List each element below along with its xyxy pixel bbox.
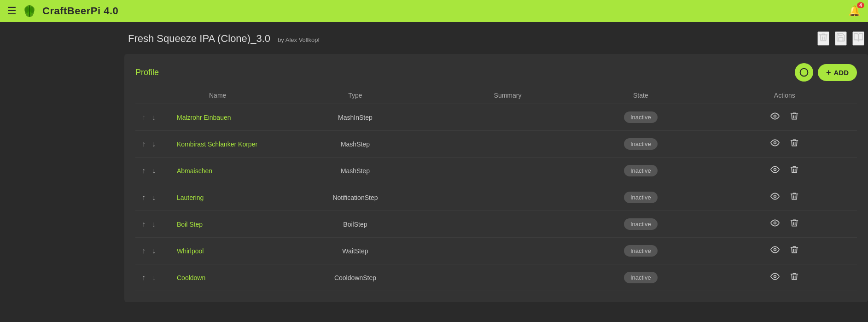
row-name: Boil Step bbox=[172, 211, 264, 238]
main-content: Fresh Squeeze IPA (Clone)_3.0 by Alex Vo… bbox=[0, 22, 868, 311]
view-step-button[interactable] bbox=[768, 164, 782, 177]
table-row: ↑ ↓ Abmaischen MashStep Inactive bbox=[135, 158, 857, 184]
row-arrows: ↑ ↓ bbox=[135, 264, 172, 291]
row-type: NotificationStep bbox=[264, 184, 446, 211]
table-header-row: Name Type Summary State Actions bbox=[135, 89, 857, 104]
delete-step-button[interactable] bbox=[787, 271, 802, 284]
svg-point-12 bbox=[774, 275, 776, 278]
row-arrows: ↑ ↓ bbox=[135, 238, 172, 264]
row-actions bbox=[712, 264, 857, 291]
row-name: Malzrohr Einbauen bbox=[172, 104, 264, 131]
delete-step-button[interactable] bbox=[787, 137, 802, 151]
row-arrows: ↑ ↓ bbox=[135, 184, 172, 211]
row-summary bbox=[446, 211, 569, 238]
view-step-button[interactable] bbox=[768, 271, 782, 284]
move-down-button[interactable]: ↓ bbox=[150, 246, 157, 256]
svg-point-11 bbox=[774, 249, 776, 251]
row-name: Abmaischen bbox=[172, 158, 264, 184]
move-down-button[interactable]: ↓ bbox=[150, 139, 157, 149]
app-logo bbox=[22, 4, 37, 18]
table-row: ↑ ↓ Boil Step BoilStep Inactive bbox=[135, 211, 857, 238]
row-state: Inactive bbox=[569, 158, 712, 184]
move-down-button[interactable]: ↓ bbox=[150, 112, 157, 123]
delete-step-button[interactable] bbox=[787, 217, 802, 231]
profile-add-button[interactable]: + ADD bbox=[818, 64, 857, 81]
svg-point-2 bbox=[24, 6, 29, 13]
row-type: MashInStep bbox=[264, 104, 446, 131]
move-up-button: ↑ bbox=[140, 112, 147, 123]
delete-step-button[interactable] bbox=[787, 244, 802, 258]
view-step-button[interactable] bbox=[768, 111, 782, 124]
table-row: ↑ ↓ Cooldown CooldownStep Inactive bbox=[135, 264, 857, 291]
book-recipe-button[interactable] bbox=[852, 31, 864, 46]
view-step-button[interactable] bbox=[768, 217, 782, 231]
move-up-button[interactable]: ↑ bbox=[140, 166, 147, 176]
row-actions bbox=[712, 104, 857, 131]
svg-point-9 bbox=[774, 195, 776, 198]
recipe-title: Fresh Squeeze IPA (Clone)_3.0 bbox=[128, 33, 270, 44]
row-arrows: ↑ ↓ bbox=[135, 131, 172, 158]
row-name: Lautering bbox=[172, 184, 264, 211]
move-down-button[interactable]: ↓ bbox=[150, 166, 157, 176]
status-badge: Inactive bbox=[624, 111, 658, 123]
move-down-button[interactable]: ↓ bbox=[150, 193, 157, 203]
view-step-button[interactable] bbox=[768, 244, 782, 258]
delete-step-button[interactable] bbox=[787, 111, 802, 124]
row-type: CooldownStep bbox=[264, 264, 446, 291]
row-type: WaitStep bbox=[264, 238, 446, 264]
row-actions bbox=[712, 158, 857, 184]
table-row: ↑ ↓ Whirlpool WaitStep Inactive bbox=[135, 238, 857, 264]
row-name: Whirlpool bbox=[172, 238, 264, 264]
svg-point-7 bbox=[774, 142, 776, 144]
profile-card-actions: + ADD bbox=[795, 63, 857, 82]
profile-label: Profile bbox=[135, 68, 159, 77]
row-actions bbox=[712, 131, 857, 158]
row-type: MashStep bbox=[264, 158, 446, 184]
view-step-button[interactable] bbox=[768, 191, 782, 204]
svg-point-10 bbox=[774, 222, 776, 224]
move-up-button[interactable]: ↑ bbox=[140, 139, 147, 149]
status-badge: Inactive bbox=[624, 272, 658, 283]
row-type: MashStep bbox=[264, 131, 446, 158]
row-arrows: ↑ ↓ bbox=[135, 104, 172, 131]
row-state: Inactive bbox=[569, 184, 712, 211]
profile-play-button[interactable] bbox=[795, 63, 813, 82]
row-summary bbox=[446, 264, 569, 291]
profile-card: Profile + ADD Name Type bbox=[124, 54, 868, 302]
row-actions bbox=[712, 211, 857, 238]
save-recipe-button[interactable] bbox=[835, 31, 847, 46]
add-label: ADD bbox=[834, 69, 849, 76]
status-badge: Inactive bbox=[624, 165, 658, 176]
row-state: Inactive bbox=[569, 211, 712, 238]
th-state: State bbox=[569, 89, 712, 104]
row-state: Inactive bbox=[569, 264, 712, 291]
th-actions: Actions bbox=[712, 89, 857, 104]
row-name: Kombirast Schlanker Korper bbox=[172, 131, 264, 158]
th-summary: Summary bbox=[446, 89, 569, 104]
page-title: Fresh Squeeze IPA (Clone)_3.0 by Alex Vo… bbox=[128, 33, 320, 45]
th-arrows bbox=[135, 89, 172, 104]
row-actions bbox=[712, 238, 857, 264]
row-summary bbox=[446, 184, 569, 211]
view-step-button[interactable] bbox=[768, 137, 782, 151]
topnav: ☰ CraftBeerPi 4.0 🔔 4 bbox=[0, 0, 868, 22]
move-up-button[interactable]: ↑ bbox=[140, 193, 147, 203]
row-summary bbox=[446, 238, 569, 264]
profile-table: Name Type Summary State Actions ↑ ↓ Malz… bbox=[135, 89, 857, 291]
row-name: Cooldown bbox=[172, 264, 264, 291]
move-up-button[interactable]: ↑ bbox=[140, 219, 147, 229]
svg-point-8 bbox=[774, 169, 776, 171]
page-header-actions bbox=[817, 31, 864, 46]
th-type: Type bbox=[264, 89, 446, 104]
bell-badge: 4 bbox=[857, 2, 864, 8]
move-up-button[interactable]: ↑ bbox=[140, 246, 147, 256]
delete-step-button[interactable] bbox=[787, 164, 802, 177]
row-actions bbox=[712, 184, 857, 211]
th-name: Name bbox=[172, 89, 264, 104]
move-down-button[interactable]: ↓ bbox=[150, 219, 157, 229]
bell-button[interactable]: 🔔 4 bbox=[848, 5, 861, 17]
move-up-button[interactable]: ↑ bbox=[140, 273, 147, 283]
delete-step-button[interactable] bbox=[787, 191, 802, 204]
menu-icon[interactable]: ☰ bbox=[7, 5, 17, 17]
delete-recipe-button[interactable] bbox=[817, 31, 829, 46]
